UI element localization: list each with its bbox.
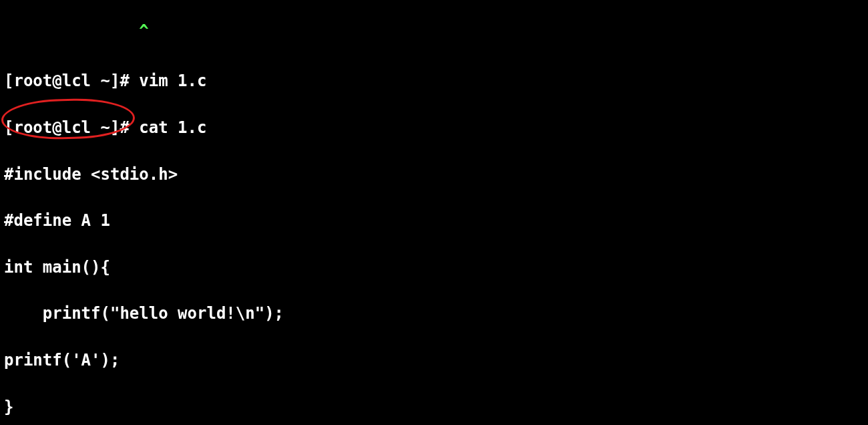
terminal-line: #define A 1 — [4, 209, 868, 233]
terminal-line: [root@lcl ~]# cat 1.c — [4, 116, 868, 140]
terminal-line: } — [4, 396, 868, 419]
terminal-line: #include <stdio.h> — [4, 163, 868, 186]
terminal-line: int main(){ — [4, 256, 868, 279]
caret-line: ^ — [4, 23, 868, 47]
terminal-line: [root@lcl ~]# vim 1.c — [4, 69, 868, 93]
cursor-caret-icon: ^ — [139, 21, 148, 40]
terminal-line: printf("hello world!\n"); — [4, 302, 868, 325]
terminal-output[interactable]: ^ [root@lcl ~]# vim 1.c [root@lcl ~]# ca… — [0, 0, 868, 425]
terminal-line: printf('A'); — [4, 349, 868, 372]
